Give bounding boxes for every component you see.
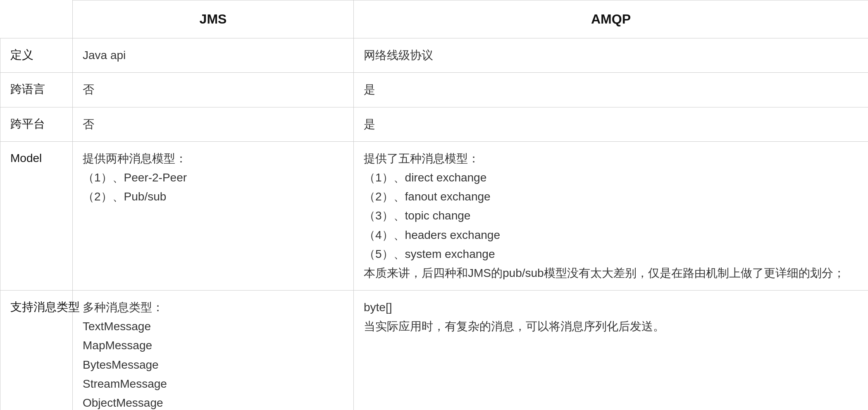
row-3-label: Model <box>0 141 73 290</box>
row-2-amqp-text: 是 <box>364 118 375 131</box>
header-label-cell <box>0 0 73 38</box>
row-1-jms-text: 否 <box>83 83 94 96</box>
row-2-jms-text: 否 <box>83 118 94 131</box>
row-3-jms: 提供两种消息模型：（1）、Peer-2-Peer（2）、Pub/sub <box>73 141 354 290</box>
row-4-jms-text: 多种消息类型：TextMessageMapMessageBytesMessage… <box>83 301 246 410</box>
row-0-label-text: 定义 <box>10 48 33 61</box>
header-amqp-cell: AMQP <box>354 0 868 38</box>
table-row: Model提供两种消息模型：（1）、Peer-2-Peer（2）、Pub/sub… <box>0 141 868 290</box>
table-header-row: JMS AMQP <box>0 0 868 38</box>
row-0-amqp-text: 网络线级协议 <box>364 49 433 62</box>
comparison-table-container: JMS AMQP 定义Java api网络线级协议跨语言否是跨平台否是Model… <box>0 0 868 410</box>
table-body: 定义Java api网络线级协议跨语言否是跨平台否是Model提供两种消息模型：… <box>0 38 868 410</box>
row-2-amqp: 是 <box>354 107 868 141</box>
row-4-amqp: byte[]当实际应用时，有复杂的消息，可以将消息序列化后发送。 <box>354 291 868 410</box>
row-3-jms-text: 提供两种消息模型：（1）、Peer-2-Peer（2）、Pub/sub <box>83 152 187 203</box>
row-2-label: 跨平台 <box>0 107 73 141</box>
table-row: 定义Java api网络线级协议 <box>0 38 868 73</box>
row-3-label-text: Model <box>10 152 42 164</box>
header-jms-cell: JMS <box>73 0 354 38</box>
table-row: 跨平台否是 <box>0 107 868 141</box>
row-2-jms: 否 <box>73 107 354 141</box>
row-4-amqp-text: byte[]当实际应用时，有复杂的消息，可以将消息序列化后发送。 <box>364 301 665 333</box>
row-0-jms-text: Java api <box>83 49 126 62</box>
row-4-label-text: 支持消息类型 <box>10 300 80 313</box>
row-1-label-text: 跨语言 <box>10 83 45 95</box>
comparison-table: JMS AMQP 定义Java api网络线级协议跨语言否是跨平台否是Model… <box>0 0 868 410</box>
row-1-amqp: 是 <box>354 73 868 107</box>
row-0-jms: Java api <box>73 38 354 73</box>
row-4-label: 支持消息类型 <box>0 291 73 410</box>
header-amqp-label: AMQP <box>591 12 631 26</box>
row-1-label: 跨语言 <box>0 73 73 107</box>
row-0-label: 定义 <box>0 38 73 73</box>
row-4-jms: 多种消息类型：TextMessageMapMessageBytesMessage… <box>73 291 354 410</box>
row-3-amqp: 提供了五种消息模型：（1）、direct exchange（2）、fanout … <box>354 141 868 290</box>
table-row: 跨语言否是 <box>0 73 868 107</box>
row-0-amqp: 网络线级协议 <box>354 38 868 73</box>
table-row: 支持消息类型多种消息类型：TextMessageMapMessageBytesM… <box>0 291 868 410</box>
row-2-label-text: 跨平台 <box>10 117 45 130</box>
row-3-amqp-text: 提供了五种消息模型：（1）、direct exchange（2）、fanout … <box>364 152 845 279</box>
row-1-jms: 否 <box>73 73 354 107</box>
row-1-amqp-text: 是 <box>364 83 375 96</box>
header-jms-label: JMS <box>200 12 227 26</box>
